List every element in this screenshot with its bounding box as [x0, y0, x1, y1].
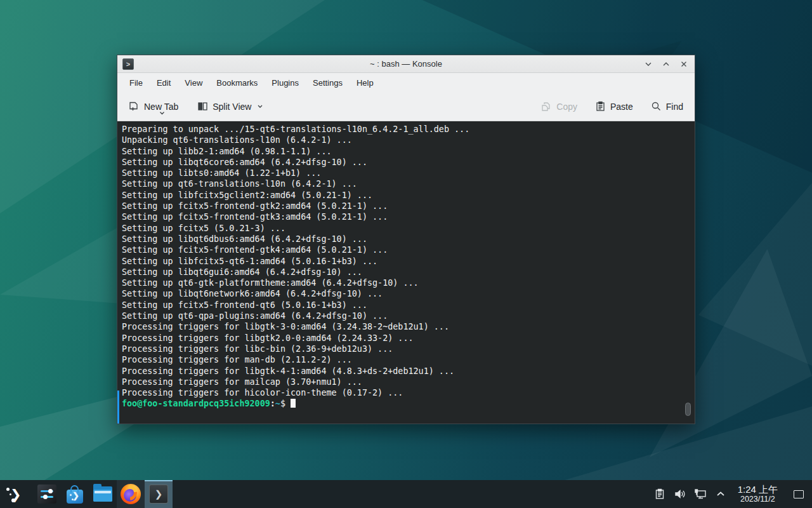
terminal-line: Setting up libqt6core6:amd64 (6.4.2+dfsg… — [122, 157, 695, 168]
clock-date: 2023/11/2 — [738, 495, 778, 504]
terminal-line: Setting up libfcitx5-qt6-1:amd64 (5.0.16… — [122, 256, 695, 267]
clipboard-icon[interactable] — [652, 485, 668, 504]
terminal-line: Setting up fcitx5 (5.0.21-3) ... — [122, 223, 695, 234]
terminal-line: Setting up libts0:amd64 (1.22-1+b1) ... — [122, 168, 695, 178]
maximize-button[interactable] — [660, 58, 672, 70]
konsole-window: > ~ : bash — Konsole FileEditViewBookmar… — [117, 55, 695, 424]
paste-icon — [595, 101, 606, 112]
window-title: ~ : bash — Konsole — [117, 59, 695, 69]
terminal-scrollbar[interactable] — [685, 403, 691, 416]
menu-item[interactable]: Help — [351, 76, 379, 90]
terminal-line: Setting up qt6-qpa-plugins:amd64 (6.4.2+… — [122, 311, 695, 321]
find-button[interactable]: Find — [646, 97, 688, 116]
toolbar: New Tab Split View Copy Past — [117, 92, 695, 121]
terminal-line: Processing triggers for mailcap (3.70+nm… — [122, 377, 695, 387]
close-button[interactable] — [678, 58, 690, 70]
new-output-indicator — [117, 391, 119, 424]
taskbar-task-firefox[interactable] — [117, 480, 145, 508]
menu-item[interactable]: Plugins — [266, 76, 304, 90]
new-tab-label: New Tab — [144, 102, 178, 112]
new-tab-button[interactable]: New Tab — [124, 97, 183, 116]
terminal-line: Setting up libqt6dbus6:amd64 (6.4.2+dfsg… — [122, 234, 695, 244]
terminal-output: Preparing to unpack .../15-qt6-translati… — [122, 124, 695, 398]
file-manager-icon — [93, 486, 112, 502]
terminal-line: Setting up libqt6network6:amd64 (6.4.2+d… — [122, 288, 695, 299]
menu-item[interactable]: View — [179, 76, 208, 90]
clock-widget[interactable]: 1:24 上午 2023/11/2 — [733, 485, 783, 504]
menu-item[interactable]: Edit — [151, 76, 176, 90]
split-view-icon — [197, 101, 208, 112]
terminal-view[interactable]: Preparing to unpack .../15-qt6-translati… — [117, 121, 695, 424]
terminal-line: Setting up fcitx5-frontend-qt6 (5.0.16-1… — [122, 300, 695, 311]
find-label: Find — [666, 102, 683, 112]
chevron-down-icon — [257, 104, 263, 109]
show-desktop-icon — [794, 490, 804, 498]
volume-icon[interactable] — [672, 485, 688, 504]
terminal-line: Setting up qt6-gtk-platformtheme:amd64 (… — [122, 277, 695, 288]
paste-button[interactable]: Paste — [590, 97, 638, 116]
search-icon — [651, 101, 662, 112]
menu-item[interactable]: Settings — [307, 76, 348, 90]
menu-item[interactable]: File — [124, 76, 148, 90]
network-icon[interactable] — [692, 485, 709, 504]
show-desktop-button[interactable] — [789, 480, 808, 508]
chevron-down-icon — [159, 111, 165, 115]
terminal-cursor — [291, 399, 296, 408]
terminal-line: Setting up fcitx5-frontend-gtk2:amd64 (5… — [122, 201, 695, 211]
file-manager-button[interactable] — [89, 480, 117, 508]
system-tray: 1:24 上午 2023/11/2 — [652, 480, 812, 508]
terminal-line: Processing triggers for libgtk2.0-0:amd6… — [122, 333, 695, 344]
terminal-line: Setting up libqt6gui6:amd64 (6.4.2+dfsg-… — [122, 267, 695, 277]
terminal-line: Setting up libb2-1:amd64 (0.98.1-1.1) ..… — [122, 146, 695, 157]
paste-label: Paste — [610, 102, 633, 112]
terminal-line: Processing triggers for hicolor-icon-the… — [122, 387, 695, 398]
taskbar-task-konsole-active[interactable]: ❯ — [145, 480, 173, 508]
konsole-icon: ❯ — [149, 485, 168, 504]
terminal-line: Processing triggers for libc-bin (2.36-9… — [122, 344, 695, 354]
shell-prompt-line: foo@foo-standardpcq35ich92009:~$ — [122, 398, 695, 409]
discover-icon: ❯ — [67, 490, 83, 504]
menu-bar: FileEditViewBookmarksPluginsSettingsHelp — [117, 73, 695, 92]
app-launcher-button[interactable]: ❯ — [0, 480, 28, 508]
split-view-button[interactable]: Split View — [192, 97, 268, 116]
app-launcher-icon: ❯ — [6, 486, 22, 502]
prompt-user-host: foo@foo-standardpcq35ich92009 — [122, 399, 270, 408]
terminal-line: Unpacking qt6-translations-l10n (6.4.2-1… — [122, 135, 695, 145]
copy-label: Copy — [556, 102, 577, 112]
system-settings-button[interactable] — [33, 480, 61, 508]
terminal-line: Setting up libfcitx5gclient2:amd64 (5.0.… — [122, 190, 695, 201]
window-titlebar[interactable]: > ~ : bash — Konsole — [117, 55, 695, 73]
terminal-line: Preparing to unpack .../15-qt6-translati… — [122, 124, 695, 135]
terminal-line: Setting up fcitx5-frontend-gtk4:amd64 (5… — [122, 244, 695, 255]
taskbar-panel: ❯ ❯ ❯ — [0, 480, 812, 508]
menu-item[interactable]: Bookmarks — [211, 76, 263, 90]
copy-button[interactable]: Copy — [536, 97, 582, 116]
terminal-line: Setting up fcitx5-frontend-gtk3:amd64 (5… — [122, 211, 695, 222]
chevron-up-icon[interactable] — [712, 485, 729, 504]
terminal-line: Processing triggers for libgtk-4-1:amd64… — [122, 366, 695, 377]
system-settings-icon — [37, 485, 56, 504]
firefox-icon — [121, 484, 141, 504]
split-view-label: Split View — [213, 102, 251, 112]
terminal-line: Processing triggers for libgtk-3-0:amd64… — [122, 321, 695, 332]
prompt-path: ~ — [275, 399, 280, 408]
discover-button[interactable]: ❯ — [61, 480, 89, 508]
minimize-button[interactable] — [643, 58, 654, 70]
clock-time: 1:24 上午 — [738, 485, 778, 495]
terminal-line: Setting up qt6-translations-l10n (6.4.2-… — [122, 178, 695, 189]
copy-icon — [541, 101, 552, 112]
new-tab-icon — [129, 101, 140, 112]
terminal-line: Processing triggers for man-db (2.11.2-2… — [122, 354, 695, 365]
